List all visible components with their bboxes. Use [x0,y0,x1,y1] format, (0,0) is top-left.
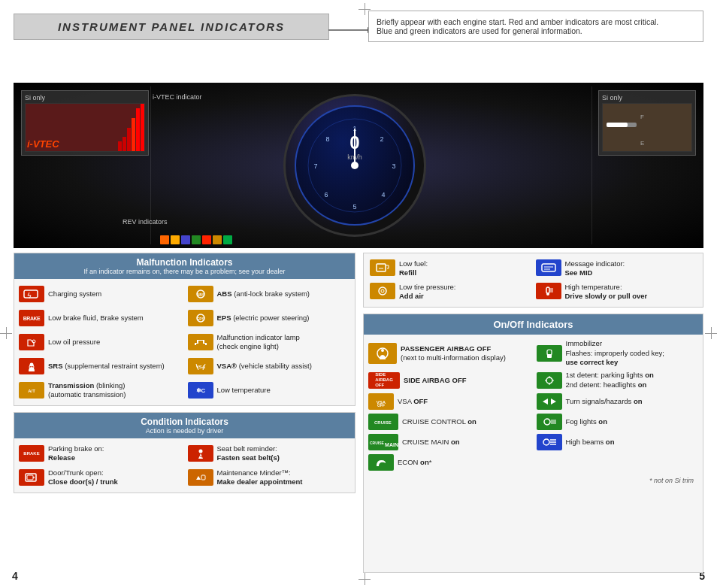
svg-marker-56 [551,399,556,405]
fuel-item: Low fuel:Refill [370,259,531,278]
malfunction-title: Malfunction Indicators [18,257,351,268]
svg-text:CRUISE: CRUISE [370,441,385,445]
svg-text:4: 4 [381,191,385,199]
fuel-tire-box: Low fuel:Refill Message indicator:See MI… [363,253,703,308]
low-temp-icon: ❄C [188,382,213,399]
fuel-svg [374,262,391,273]
indicator-item-transmission: A/T Transmission (blinking)(automatic tr… [19,380,182,401]
svg-text:OFF: OFF [377,403,385,407]
vsa-off-svg: VSAOFF [373,396,389,407]
onoff-grid: PASSENGER AIRBAG OFF(next to multi-infor… [364,335,703,491]
indicator-item-vsa: VSA VSA® (vehicle stability assist) [188,356,351,377]
vsa-svg: VSA [192,361,209,371]
title-bar: INSTRUMENT PANEL INDICATORS [14,14,329,40]
parking-brake-label: Parking brake on:Release [48,444,104,463]
seatbelt-label: Seat belt reminder:Fasten seat belt(s) [217,444,280,463]
maint-svg [192,472,209,483]
transmission-icon: A/T [19,382,44,399]
econ-label: ECON on* [398,458,431,467]
malfunction-box: Malfunction Indicators If an indicator r… [14,253,355,406]
maintenance-icon [188,469,213,486]
turn-signals-label: Turn signals/hazards on [566,397,643,406]
crosshair-bottom-center [358,573,371,585]
svg-text:ABS: ABS [196,292,204,297]
dash-ind-4 [192,235,201,244]
si-panel-inner-left: i-VTEC [25,103,145,152]
rev-indicators-label: REV indicators [123,218,168,226]
vsa-off-icon: VSAOFF [368,393,394,410]
svg-text:CRUISE: CRUISE [374,420,392,425]
passenger-airbag-label: PASSENGER AIRBAG OFF(next to multi-infor… [401,344,506,363]
immobilizer-label: ImmobilizerFlashes: improperly coded key… [566,339,664,367]
fuel-gauge-display: F E [603,104,691,151]
cruise-main-label: CRUISE MAIN on [402,438,460,447]
svg-point-31 [33,477,35,478]
condition-subtitle: Action is needed by driver [18,427,351,435]
rev-bar-3 [127,128,131,152]
si-panel-left: Si only i-VTEC [21,90,149,156]
dash-ind-2 [171,235,180,244]
dash-ind-5 [202,235,211,244]
tire-label: Low tire pressure:Add air [399,283,456,302]
onoff-cruise-main: CRUISEMAIN CRUISE MAIN on [368,434,531,450]
cruise-control-label: CRUISE CONTROL on [402,417,476,426]
rev-bars [118,104,144,151]
high-temp-icon [536,283,561,299]
svg-point-12 [351,162,358,169]
tire-svg [374,286,391,296]
left-column: Malfunction Indicators If an indicator r… [14,253,355,573]
message-item: Message indicator:See MID [536,259,697,278]
onoff-turn-signals: Turn signals/hazards on [537,393,699,410]
side-airbag-icon: SIDEAIRBAGOFF [368,372,400,389]
svg-point-41 [546,292,549,296]
svg-marker-55 [543,399,548,405]
svg-text:A/T: A/T [28,389,35,393]
brake-fluid-icon: BRAKE [19,310,44,326]
msg-svg [540,262,557,273]
tire-item: Low tire pressure:Add air [370,283,531,302]
ivtec-display: i-VTEC [27,138,59,150]
cruise-main-icon: CRUISEMAIN [368,434,398,450]
svg-text:EPS: EPS [196,317,204,321]
immo-svg [541,348,558,359]
dash-ind-6 [213,235,222,244]
passenger-airbag-icon [368,343,397,364]
fuel-label: Low fuel:Refill [399,259,428,278]
indicator-item-malfunction-lamp: Malfunction indicator lamp(check engine … [188,332,351,353]
condition-grid: BRAKE Parking brake on:Release Seat belt… [14,438,355,493]
condition-item-maintenance: Maintenance Minder™:Make dealer appointm… [188,467,351,488]
parking-lights-icon [537,372,562,389]
svg-rect-32 [201,475,205,480]
vsa-off-label: VSA OFF [398,397,428,406]
econ-icon [368,454,394,471]
parking-lights-label: 1st detent: parking lights on2nd detent:… [566,371,654,389]
onoff-parking-lights: 1st detent: parking lights on2nd detent:… [537,371,699,389]
rev-bar-4 [132,118,135,151]
hb-svg [541,437,558,447]
onoff-box: On/Off Indicators PASSENGER AIRBAG OFF(n… [363,314,703,573]
condition-item-seatbelt: Seat belt reminder:Fasten seat belt(s) [188,443,351,464]
svg-text:8: 8 [325,135,329,143]
condition-title: Condition Indicators [18,417,351,427]
dash-ind-7 [223,235,232,244]
fuel-icon [370,259,395,276]
speedometer: 1 2 3 4 5 6 7 8 0 km/h [283,94,434,237]
high-beams-icon [537,434,562,450]
indicator-item-brake: BRAKE Low brake fluid, Brake system [19,308,182,329]
svg-point-28 [198,450,202,453]
indicator-item-charging: Charging system [19,283,182,305]
svg-text:❄C: ❄C [195,387,205,394]
indicator-item-abs: ABS ABS (anti-lock brake system) [188,283,351,305]
eps-svg: EPS [192,313,209,323]
rev-bar-1 [118,141,122,151]
right-column: Low fuel:Refill Message indicator:See MI… [363,253,703,573]
message-icon [536,259,561,276]
rev-bar-2 [123,137,126,151]
lights-svg [541,375,558,386]
onoff-side-airbag: SIDEAIRBAGOFF SIDE AIRBAG OFF [368,371,531,389]
svg-rect-33 [377,264,386,271]
dash-small-indicators [160,235,587,244]
malfunction-header: Malfunction Indicators If an indicator r… [14,253,355,279]
high-temp-label: High temperature:Drive slowly or pull ov… [565,283,648,302]
tire-icon [370,283,395,299]
